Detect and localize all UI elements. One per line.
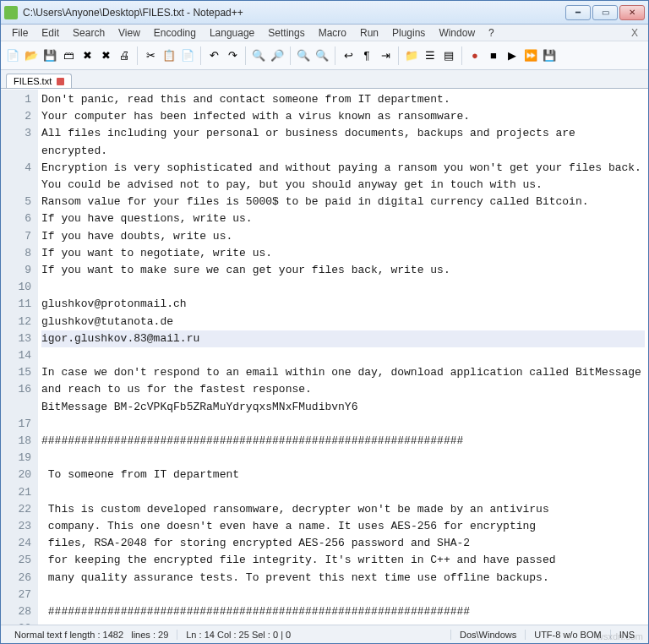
code-area[interactable]: Don't panic, read this and contact someo… — [38, 90, 648, 625]
separator-icon — [290, 46, 291, 65]
code-line[interactable]: company. This one doesn't even have a na… — [41, 518, 645, 535]
menu-window[interactable]: Window — [433, 25, 481, 41]
tab-close-icon[interactable] — [57, 78, 64, 85]
allchars-icon[interactable]: ¶ — [358, 47, 375, 64]
code-line[interactable]: ########################################… — [41, 433, 645, 450]
close-doc-icon[interactable]: ✖ — [79, 47, 95, 64]
code-line[interactable]: To someone from IT department — [41, 467, 645, 483]
code-line[interactable] — [41, 450, 645, 467]
separator-icon — [398, 46, 399, 65]
indent-icon[interactable]: ⇥ — [377, 47, 394, 64]
editor: 1 2 3 4 5 6 7 8 9 10 11 12 13 14 15 16 1… — [1, 89, 648, 625]
menu-settings[interactable]: Settings — [262, 25, 310, 41]
code-line[interactable]: All files including your personal or bus… — [41, 125, 645, 159]
code-line[interactable]: for keeping the encrypted file integrity… — [41, 552, 645, 569]
close-button[interactable]: ✕ — [619, 5, 645, 20]
find-icon[interactable]: 🔍 — [250, 47, 267, 64]
code-line[interactable]: If you want to negotiate, write us. — [41, 245, 645, 262]
zoomin-icon[interactable]: 🔍 — [295, 47, 312, 64]
playmulti-icon[interactable]: ⏩ — [522, 47, 539, 64]
code-line[interactable]: BitMessage BM-2cVPKqFb5ZRaMuYdryqxsMNxFM… — [41, 399, 645, 416]
menu-file[interactable]: File — [6, 25, 34, 41]
status-insert: INS — [611, 630, 643, 640]
undo-icon[interactable]: ↶ — [205, 47, 222, 64]
open-icon[interactable]: 📂 — [23, 47, 40, 64]
menu-encoding[interactable]: Encoding — [148, 25, 202, 41]
code-line[interactable]: Encryption is very sophisticated and wit… — [41, 160, 645, 177]
replace-icon[interactable]: 🔎 — [269, 47, 286, 64]
code-line[interactable]: If you have doubts, write us. — [41, 228, 645, 245]
code-line[interactable]: Don't panic, read this and contact someo… — [41, 91, 645, 108]
savemacro-icon[interactable]: 💾 — [541, 47, 558, 64]
code-line[interactable]: Ransom value for your files is 5000$ to … — [41, 194, 645, 210]
app-icon — [4, 6, 18, 19]
code-line[interactable]: This is custom developed ransomware, dec… — [41, 501, 645, 518]
folder-icon[interactable]: 📁 — [403, 47, 420, 64]
maximize-button[interactable]: ▭ — [592, 5, 618, 20]
stop-icon[interactable]: ■ — [485, 47, 502, 64]
menubar: File Edit Search View Encoding Language … — [1, 25, 648, 41]
menu-edit[interactable]: Edit — [35, 25, 65, 41]
cut-icon[interactable]: ✂ — [142, 47, 159, 64]
code-line[interactable]: ########################################… — [41, 603, 645, 620]
status-encoding: UTF-8 w/o BOM — [526, 630, 610, 640]
print-icon[interactable]: 🖨 — [116, 47, 133, 64]
status-eol: Dos\Windows — [451, 630, 526, 640]
save-icon[interactable]: 💾 — [41, 47, 58, 64]
code-line[interactable] — [41, 347, 645, 364]
copy-icon[interactable]: 📋 — [161, 47, 177, 64]
menu-run[interactable]: Run — [354, 25, 384, 41]
code-line[interactable]: glushkov@tutanota.de — [41, 314, 645, 330]
minimize-button[interactable]: ━ — [565, 5, 591, 20]
menu-macro[interactable]: Macro — [313, 25, 352, 41]
code-line[interactable]: You could be advised not to pay, but you… — [41, 177, 645, 194]
code-line[interactable] — [41, 416, 645, 433]
zoomout-icon[interactable]: 🔍 — [314, 47, 330, 64]
statusbar: Normal text f length : 1482 lines : 29 L… — [1, 625, 648, 643]
file-tab-label: FILES.txt — [14, 76, 52, 86]
toolbar: 📄 📂 💾 🗃 ✖ ✖ 🖨 ✂ 📋 📄 ↶ ↷ 🔍 🔎 🔍 🔍 ↩ ¶ ⇥ 📁 … — [1, 41, 648, 70]
app-window: C:\Users\Anyone\Desktop\FILES.txt - Note… — [0, 0, 649, 644]
code-line[interactable]: In case we don't respond to an email wit… — [41, 364, 645, 398]
code-line[interactable]: igor.glushkov.83@mail.ru — [41, 330, 645, 347]
menu-view[interactable]: View — [112, 25, 146, 41]
titlebar: C:\Users\Anyone\Desktop\FILES.txt - Note… — [1, 1, 648, 25]
redo-icon[interactable]: ↷ — [224, 47, 241, 64]
separator-icon — [461, 46, 462, 65]
status-filetype: Normal text f length : 1482 lines : 29 — [6, 630, 177, 640]
new-icon[interactable]: 📄 — [4, 47, 21, 64]
code-line[interactable] — [41, 279, 645, 296]
file-tab[interactable]: FILES.txt — [6, 74, 72, 88]
wordwrap-icon[interactable]: ↩ — [340, 47, 357, 64]
menu-search[interactable]: Search — [67, 25, 111, 41]
separator-icon — [245, 46, 246, 65]
tabbar: FILES.txt — [1, 70, 648, 89]
paste-icon[interactable]: 📄 — [179, 47, 196, 64]
code-line[interactable]: many quality assurance tests. To prevent… — [41, 570, 645, 587]
separator-icon — [137, 46, 138, 65]
separator-icon — [335, 46, 335, 65]
code-line[interactable]: Your computer has been infected with a v… — [41, 108, 645, 125]
code-line[interactable]: If you have questions, write us. — [41, 210, 645, 227]
funclist-icon[interactable]: ☰ — [422, 47, 439, 64]
code-line[interactable]: If you want to make sure we can get your… — [41, 262, 645, 279]
window-title: C:\Users\Anyone\Desktop\FILES.txt - Note… — [23, 7, 564, 19]
code-line[interactable]: files, RSA-2048 for storing encrypted AE… — [41, 535, 645, 552]
code-line[interactable] — [41, 587, 645, 603]
menu-help[interactable]: ? — [483, 25, 500, 41]
code-line[interactable]: glushkov@protonmail.ch — [41, 296, 645, 313]
play-icon[interactable]: ▶ — [504, 47, 521, 64]
docmap-icon[interactable]: ▤ — [440, 47, 457, 64]
menu-language[interactable]: Language — [204, 25, 260, 41]
line-number-gutter: 1 2 3 4 5 6 7 8 9 10 11 12 13 14 15 16 1… — [1, 90, 38, 625]
menu-close-doc[interactable]: X — [626, 27, 643, 39]
closeall-icon[interactable]: ✖ — [97, 47, 114, 64]
code-line[interactable] — [41, 484, 645, 501]
status-position: Ln : 14 Col : 25 Sel : 0 | 0 — [177, 630, 451, 640]
menu-plugins[interactable]: Plugins — [386, 25, 431, 41]
saveall-icon[interactable]: 🗃 — [60, 47, 77, 64]
record-icon[interactable]: ● — [466, 47, 483, 64]
separator-icon — [200, 46, 201, 65]
